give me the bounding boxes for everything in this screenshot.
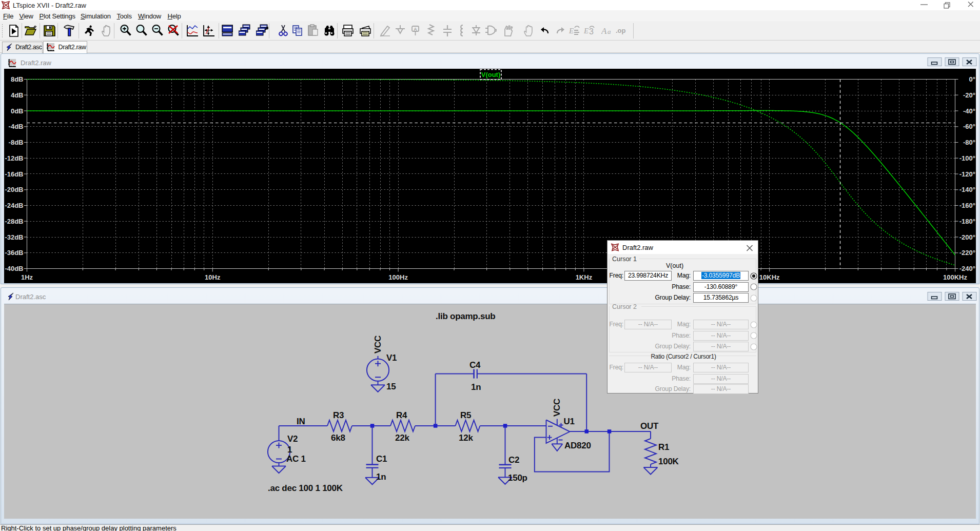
svg-text:R4: R4 (396, 410, 407, 420)
svg-text:-32dB: -32dB (5, 233, 23, 241)
svg-text:-120°: -120° (959, 170, 975, 178)
svg-text:1Hz: 1Hz (21, 273, 33, 281)
svg-text:1: 1 (287, 445, 292, 455)
svg-text:E: E (583, 27, 589, 35)
svg-text:-40dB: -40dB (5, 265, 23, 272)
svg-text:IN: IN (297, 417, 305, 426)
svg-text:V1: V1 (386, 353, 397, 363)
svg-text:-180°: -180° (959, 218, 975, 225)
svg-text:-36dB: -36dB (5, 249, 23, 257)
svg-text:6k8: 6k8 (331, 433, 345, 443)
svg-text:R3: R3 (333, 410, 344, 420)
svg-text:100KHz: 100KHz (943, 273, 967, 281)
svg-text:-28dB: -28dB (5, 218, 23, 225)
svg-text:100Hz: 100Hz (388, 273, 408, 281)
svg-text:12k: 12k (459, 433, 473, 443)
svg-text:AD820: AD820 (564, 441, 591, 450)
svg-text:C1: C1 (376, 454, 387, 464)
svg-text:-100°: -100° (959, 154, 975, 162)
svg-text:VCC: VCC (552, 399, 562, 417)
svg-text:-60°: -60° (963, 123, 975, 130)
svg-text:1n: 1n (471, 382, 481, 392)
svg-text:0dB: 0dB (11, 107, 24, 115)
svg-text:-200°: -200° (959, 233, 975, 241)
svg-text:R5: R5 (460, 410, 471, 420)
svg-text:-4dB: -4dB (9, 123, 24, 130)
svg-text:-16dB: -16dB (5, 170, 23, 178)
svg-text:AC 1: AC 1 (286, 454, 306, 464)
svg-text:VCC: VCC (373, 336, 383, 353)
svg-text:C2: C2 (508, 455, 519, 465)
svg-text:OUT: OUT (640, 421, 659, 431)
svg-text:R1: R1 (658, 442, 669, 452)
svg-text:150p: 150p (508, 473, 527, 483)
svg-text:10Hz: 10Hz (205, 273, 221, 281)
svg-text:4dB: 4dB (11, 91, 24, 99)
svg-text:1n: 1n (376, 472, 386, 482)
svg-text:15: 15 (386, 382, 396, 391)
svg-text:10KHz: 10KHz (759, 273, 780, 281)
svg-text:8dB: 8dB (11, 75, 24, 83)
svg-text:100K: 100K (658, 457, 679, 466)
svg-text:.ac dec 100 1 100K: .ac dec 100 1 100K (268, 483, 343, 493)
svg-text:A: A (601, 26, 607, 36)
svg-text:V(out): V(out) (481, 71, 501, 78)
svg-text:a: a (607, 28, 611, 35)
svg-text:-8dB: -8dB (9, 139, 24, 146)
svg-text:.op: .op (616, 27, 626, 34)
svg-text:-12dB: -12dB (5, 154, 23, 162)
svg-text:V2: V2 (287, 434, 298, 444)
svg-text:-24dB: -24dB (5, 202, 23, 209)
svg-text:-240°: -240° (959, 265, 975, 272)
svg-text:-20dB: -20dB (5, 186, 23, 193)
svg-text:-20°: -20° (963, 91, 975, 99)
svg-text:0°: 0° (969, 75, 975, 83)
svg-text:-140°: -140° (959, 186, 975, 193)
svg-text:.lib opamp.sub: .lib opamp.sub (436, 311, 495, 321)
svg-text:22k: 22k (395, 433, 409, 443)
svg-text:A: A (414, 27, 417, 32)
svg-text:-160°: -160° (959, 202, 975, 209)
svg-text:-80°: -80° (963, 139, 975, 146)
svg-text:-220°: -220° (959, 249, 975, 257)
svg-text:E: E (569, 27, 574, 35)
svg-text:U1: U1 (564, 417, 575, 426)
svg-text:-40°: -40° (963, 107, 975, 115)
svg-text:C4: C4 (469, 360, 481, 370)
svg-text:3: 3 (589, 27, 594, 36)
